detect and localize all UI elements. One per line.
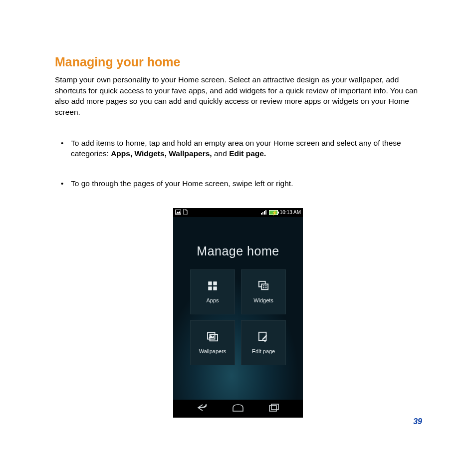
widgets-icon [257, 280, 269, 292]
nav-bar [173, 400, 303, 418]
picture-icon [175, 210, 181, 216]
svg-rect-20 [269, 406, 276, 411]
signal-icon [261, 210, 267, 216]
tile-label: Edit page [252, 348, 275, 354]
svg-rect-21 [271, 404, 278, 410]
home-button[interactable] [232, 403, 244, 415]
bullet-bold: Edit page. [229, 149, 266, 158]
statusbar-left [175, 209, 188, 216]
svg-marker-17 [209, 335, 214, 338]
list-item: To go through the pages of your Home scr… [59, 178, 421, 189]
tile-label: Widgets [253, 297, 273, 303]
apps-icon [207, 280, 219, 292]
statusbar-right: ⚡ 10:13 AM [261, 210, 301, 216]
svg-rect-5 [265, 210, 266, 215]
battery-charging-icon: ⚡ [269, 210, 278, 215]
tile-label: Apps [206, 297, 219, 303]
svg-rect-13 [265, 285, 267, 286]
svg-rect-15 [265, 287, 267, 288]
statusbar-time: 10:13 AM [280, 210, 301, 215]
back-button[interactable] [196, 403, 209, 415]
section-heading: Managing your home [55, 55, 421, 69]
tile-grid: Apps Widgets Wallpapers Edit page [173, 269, 303, 365]
recent-apps-button[interactable] [267, 403, 280, 415]
screen-title: Manage home [173, 244, 303, 258]
bullet-bold: Apps, Widgets, Wallpapers, [111, 149, 212, 158]
svg-rect-2 [261, 213, 262, 215]
apps-tile[interactable]: Apps [190, 269, 235, 314]
svg-rect-4 [264, 211, 265, 215]
svg-rect-14 [263, 287, 264, 288]
svg-rect-3 [262, 212, 263, 215]
svg-rect-6 [209, 282, 212, 285]
list-item: To add items to home, tap and hold an em… [59, 138, 421, 159]
edit-page-tile[interactable]: Edit page [241, 320, 286, 365]
svg-rect-7 [214, 282, 217, 285]
wallpapers-tile[interactable]: Wallpapers [190, 320, 235, 365]
wallpapers-icon [207, 331, 219, 343]
status-bar: ⚡ 10:13 AM [173, 208, 303, 217]
svg-rect-9 [214, 287, 217, 290]
phone-screenshot: ⚡ 10:13 AM Manage home Apps Widgets Wall… [173, 208, 303, 418]
document-icon [183, 209, 188, 216]
page-number: 39 [413, 417, 422, 426]
edit-page-icon [257, 331, 269, 343]
svg-rect-12 [263, 285, 264, 286]
bullet-list: To add items to home, tap and hold an em… [59, 138, 421, 189]
svg-rect-8 [209, 287, 212, 290]
bullet-text: To go through the pages of your Home scr… [71, 179, 293, 188]
svg-rect-11 [261, 284, 268, 289]
tile-label: Wallpapers [199, 348, 227, 354]
bullet-text: and [212, 149, 229, 158]
intro-paragraph: Stamp your own personality to your Home … [55, 74, 421, 118]
svg-marker-1 [176, 211, 181, 214]
widgets-tile[interactable]: Widgets [241, 269, 286, 314]
